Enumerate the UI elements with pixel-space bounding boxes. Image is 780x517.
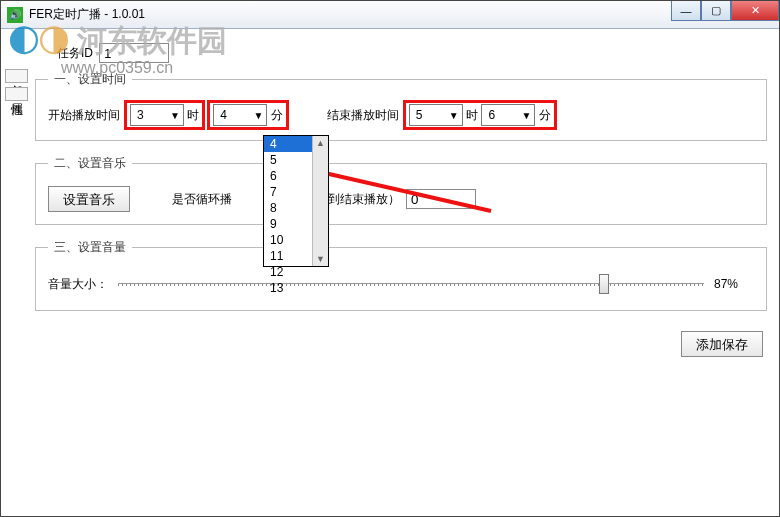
end-hour-select[interactable]: 5▼ [409,104,463,126]
task-id-input[interactable] [99,43,169,63]
loop-value-input[interactable] [406,189,476,209]
section-volume: 三、设置音量 音量大小： 87% [35,239,767,311]
volume-percent: 87% [714,277,754,291]
start-minute-select[interactable]: 4▼ [213,104,267,126]
side-tab-props[interactable]: 属性 [5,87,28,101]
hour-unit-2: 时 [466,108,478,122]
end-minute-select[interactable]: 6▼ [481,104,535,126]
add-save-button[interactable]: 添加保存 [681,331,763,357]
side-tab-task[interactable]: 任务 [5,69,28,83]
app-icon: 🔊 [7,7,23,23]
loop-label: 是否循环播 [172,191,232,208]
start-minute-dropdown[interactable]: 45678910111213 [263,135,329,267]
end-time-label: 结束播放时间 [327,107,399,124]
volume-slider-thumb[interactable] [599,274,609,294]
minute-unit: 分 [271,108,283,122]
close-button[interactable]: ✕ [731,1,779,21]
section-volume-legend: 三、设置音量 [48,239,132,256]
minute-unit-2: 分 [539,108,551,122]
chevron-down-icon: ▼ [521,110,531,121]
section-music-legend: 二、设置音乐 [48,155,132,172]
task-id-label: 任务ID [57,45,93,62]
chevron-down-icon: ▼ [449,110,459,121]
chevron-down-icon: ▼ [170,110,180,121]
maximize-button[interactable]: ▢ [701,1,731,21]
start-time-label: 开始播放时间 [48,107,120,124]
section-time: 一、设置时间 开始播放时间 3▼ 时 4▼ 分 结束播放时间 5▼ [35,71,767,141]
dropdown-scrollbar[interactable] [312,136,328,266]
chevron-down-icon: ▼ [253,110,263,121]
volume-slider[interactable] [118,270,704,298]
set-music-button[interactable]: 设置音乐 [48,186,130,212]
volume-label: 音量大小： [48,276,108,293]
minimize-button[interactable]: — [671,1,701,21]
section-music: 二、设置音乐 设置音乐 是否循环播 循环到结束播放） [35,155,767,225]
start-hour-select[interactable]: 3▼ [130,104,184,126]
titlebar: 🔊 FER定时广播 - 1.0.01 — ▢ ✕ [1,1,779,29]
hour-unit: 时 [187,108,199,122]
section-time-legend: 一、设置时间 [48,71,132,88]
dropdown-option[interactable]: 13 [264,280,328,296]
window-title: FER定时广播 - 1.0.01 [29,6,145,23]
side-tabs: 任务 属性 [5,69,28,101]
dropdown-option[interactable]: 12 [264,264,328,280]
